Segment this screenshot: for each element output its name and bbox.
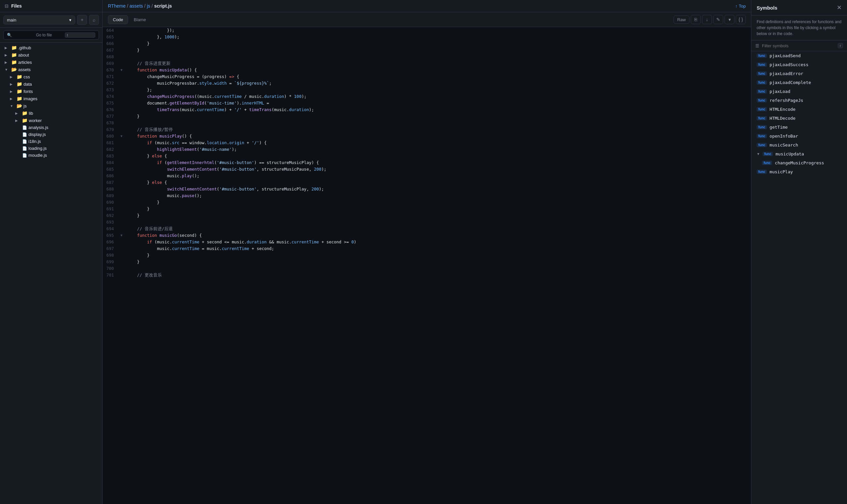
tree-item-fonts[interactable]: ▶ 📁 fonts — [0, 88, 102, 95]
line-code: }); — [124, 27, 751, 34]
symbol-item[interactable]: func musicSearch — [751, 141, 847, 149]
breadcrumb-sep: / — [152, 3, 153, 8]
symbol-item[interactable]: func refershPageJs — [751, 96, 847, 105]
table-row: 678 — [103, 120, 751, 126]
line-expand-icon — [119, 40, 124, 47]
tree-item-label: display.js — [29, 132, 46, 137]
code-toolbar: Code Blame Raw ⎘ ↓ ✎ ▾ { } — [103, 12, 751, 27]
chevron-right-icon: ▶ — [10, 97, 15, 101]
tree-item-label: about — [18, 53, 29, 57]
tree-item-label: images — [23, 96, 37, 101]
line-expand-icon[interactable]: ▼ — [119, 67, 124, 73]
symbol-item[interactable]: func pjaxLoadComplete — [751, 78, 847, 87]
top-button[interactable]: ↑ Top — [736, 4, 746, 8]
symbols-filter-input[interactable] — [762, 43, 835, 48]
line-code: timeTrans(music.currentTime) + '/' + tim… — [124, 107, 751, 113]
tree-item-css[interactable]: ▶ 📁 css — [0, 73, 102, 80]
symbol-item[interactable]: func HTMLEncode — [751, 105, 847, 114]
symbols-toggle-button[interactable]: { } — [736, 15, 746, 24]
symbol-item[interactable]: func pjaxLoadSuccess — [751, 60, 847, 69]
tree-item-label: css — [23, 74, 30, 79]
chevron-right-icon: ▶ — [10, 90, 15, 93]
tab-blame[interactable]: Blame — [129, 15, 151, 24]
file-icon: 📄 — [22, 125, 27, 130]
line-number: 686 — [103, 173, 119, 179]
main-area: RTheme / assets / js / script.js ↑ Top C… — [103, 0, 751, 504]
line-expand-icon — [119, 219, 124, 226]
line-number: 683 — [103, 153, 119, 159]
line-number: 692 — [103, 212, 119, 219]
tab-group: Code Blame — [108, 15, 151, 24]
edit-chevron-button[interactable]: ▾ — [725, 15, 734, 24]
folder-icon: 📁 — [22, 118, 28, 123]
search-file-button[interactable]: ⌕ — [89, 15, 99, 25]
symbol-item[interactable]: func changeMusicProgress — [751, 158, 847, 167]
branch-select[interactable]: main ▾ — [3, 16, 75, 24]
symbol-item[interactable]: func musicPlay — [751, 167, 847, 176]
tab-code[interactable]: Code — [108, 15, 128, 24]
line-expand-icon — [119, 258, 124, 265]
edit-button[interactable]: ✎ — [713, 15, 723, 24]
tree-item-assets[interactable]: ▼ 📂 assets — [0, 66, 102, 73]
line-code — [124, 219, 751, 226]
line-code: changeMusicProgress = (progress) => { — [124, 73, 751, 80]
table-row: 696 if (music.currentTime + second <= mu… — [103, 239, 751, 246]
line-code: document.getElementById('music-time').in… — [124, 100, 751, 107]
breadcrumb-rtheme[interactable]: RTheme — [108, 3, 125, 8]
goto-file-input[interactable]: 🔍 Go to file t — [3, 31, 99, 40]
symbol-badge: func — [757, 107, 767, 111]
breadcrumb-js[interactable]: js — [147, 3, 150, 8]
tree-item-i18n-js[interactable]: ▶ 📄 i18n.js — [0, 138, 102, 145]
symbol-item[interactable]: func pjaxLoadError — [751, 69, 847, 78]
symbol-item[interactable]: func pjaxLoadSend — [751, 51, 847, 60]
table-row: 695 ▼ function musicGo(second) { — [103, 232, 751, 239]
folder-icon: 📁 — [17, 74, 22, 79]
line-expand-icon — [119, 113, 124, 120]
line-expand-icon[interactable]: ▼ — [119, 232, 124, 239]
tree-item-analysis-js[interactable]: ▶ 📄 analysis.js — [0, 124, 102, 131]
raw-button[interactable]: Raw — [674, 16, 689, 24]
chevron-down-icon: ▼ — [757, 152, 760, 156]
copy-button[interactable]: ⎘ — [691, 15, 701, 24]
symbol-item[interactable]: func openInfoBar — [751, 132, 847, 141]
line-expand-icon — [119, 146, 124, 153]
line-code: } — [124, 113, 751, 120]
tree-item-data[interactable]: ▶ 📁 data — [0, 80, 102, 88]
tree-item-loading-js[interactable]: ▶ 📄 loading.js — [0, 145, 102, 152]
line-code — [124, 54, 751, 60]
download-button[interactable]: ↓ — [702, 15, 712, 24]
tree-item-display-js[interactable]: ▶ 📄 display.js — [0, 131, 102, 138]
tree-item-worker[interactable]: ▶ 📁 worker — [0, 117, 102, 124]
line-expand-icon — [119, 159, 124, 166]
tree-item-js[interactable]: ▼ 📂 js — [0, 102, 102, 109]
line-number: 701 — [103, 272, 119, 278]
line-number: 693 — [103, 219, 119, 226]
symbol-item[interactable]: ▼ func musicUpdata — [751, 149, 847, 158]
line-number: 668 — [103, 54, 119, 60]
symbol-item[interactable]: func getTime — [751, 123, 847, 132]
tree-item-about[interactable]: ▶ 📁 about — [0, 51, 102, 58]
line-number: 675 — [103, 100, 119, 107]
code-view[interactable]: 664 }); 665 }, 1000); 666 } 667 } 668 6 — [103, 27, 751, 504]
tree-item-moudle-js[interactable]: ▶ 📄 moudle.js — [0, 152, 102, 159]
line-expand-icon — [119, 126, 124, 133]
tree-item-articles[interactable]: ▶ 📁 articles — [0, 58, 102, 66]
line-expand-icon — [119, 107, 124, 113]
line-number: 681 — [103, 140, 119, 146]
add-file-button[interactable]: ＋ — [77, 15, 87, 25]
line-code: // 音乐播放/暂停 — [124, 126, 751, 133]
symbols-close-button[interactable]: ✕ — [837, 4, 842, 11]
symbol-item[interactable]: func HTMLDecode — [751, 114, 847, 123]
tree-item-label: i18n.js — [29, 139, 41, 144]
tree-item-github[interactable]: ▶ 📁 .github — [0, 44, 102, 51]
symbol-item[interactable]: func pjaxLoad — [751, 87, 847, 96]
symbol-badge: func — [757, 54, 767, 58]
sidebar-toggle-icon[interactable]: ⊟ — [5, 3, 8, 8]
line-expand-icon[interactable]: ▼ — [119, 133, 124, 140]
tree-item-lib[interactable]: ▶ 📁 lib — [0, 109, 102, 117]
symbol-badge: func — [757, 125, 767, 129]
tree-item-images[interactable]: ▶ 📁 images — [0, 95, 102, 102]
breadcrumb-assets[interactable]: assets — [129, 3, 143, 8]
line-code: }, 1000); — [124, 34, 751, 40]
branch-bar: main ▾ ＋ ⌕ — [0, 12, 102, 28]
